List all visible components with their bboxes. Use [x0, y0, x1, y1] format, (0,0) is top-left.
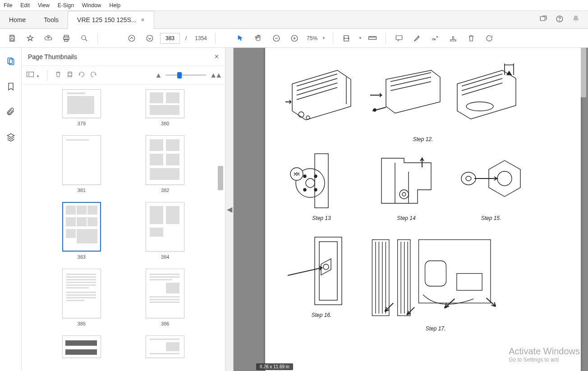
thumb-scrollbar[interactable]	[218, 85, 224, 371]
fit-width-icon[interactable]	[339, 31, 354, 46]
thumbnail-grid: 379 380 381 382 383 384 385 386	[22, 85, 225, 362]
svg-rect-4	[11, 38, 14, 41]
step13-label: Step 13	[312, 215, 331, 221]
svg-rect-14	[369, 36, 377, 39]
thumb-382[interactable]: 382	[124, 135, 207, 193]
hand-icon[interactable]	[251, 31, 266, 46]
menu-esign[interactable]: E-Sign	[58, 2, 74, 9]
thumb-size-slider[interactable]	[165, 74, 206, 76]
search-icon[interactable]	[77, 31, 92, 46]
svg-rect-19	[68, 72, 72, 77]
thumb-384[interactable]: 384	[124, 202, 207, 260]
attachment-icon[interactable]	[4, 105, 18, 119]
thumb-delete-icon[interactable]	[55, 71, 62, 80]
svg-point-31	[290, 168, 303, 180]
thumb-379[interactable]: 379	[40, 89, 124, 126]
thumb-rotate-opts-icon[interactable]	[66, 71, 74, 80]
svg-rect-44	[419, 240, 491, 303]
thumb-redo-icon[interactable]	[90, 71, 97, 80]
help-icon[interactable]	[556, 15, 564, 25]
menu-window[interactable]: Window	[82, 2, 101, 9]
svg-point-36	[461, 172, 476, 185]
cursor-icon[interactable]	[233, 31, 248, 46]
svg-point-33	[402, 192, 406, 196]
thumb-388[interactable]	[124, 335, 207, 358]
ruler-icon[interactable]	[365, 31, 380, 46]
menu-file[interactable]: File	[4, 2, 12, 9]
zoom-in-icon[interactable]	[287, 31, 302, 46]
svg-rect-0	[540, 16, 545, 20]
thumb-385[interactable]: 385	[40, 269, 124, 326]
page-up-icon[interactable]	[124, 31, 139, 46]
step17-label: Step 17.	[426, 325, 446, 332]
menu-edit[interactable]: Edit	[20, 2, 30, 9]
thumb-380[interactable]: 380	[124, 89, 207, 126]
highlight-icon[interactable]	[409, 31, 425, 46]
page-down-icon[interactable]	[142, 31, 157, 46]
sign-icon[interactable]	[427, 31, 443, 46]
svg-point-8	[82, 36, 86, 40]
left-rail	[0, 48, 22, 371]
thumb-undo-icon[interactable]	[78, 71, 85, 80]
main-area: Page Thumbnails × ▼ ▲ ▲▲ 379 380 381 382…	[0, 48, 588, 371]
step15-label: Step 15.	[481, 215, 501, 221]
svg-marker-40	[321, 259, 331, 275]
thumb-383[interactable]: 383	[40, 202, 124, 260]
collapse-handle[interactable]: ◀	[225, 48, 234, 371]
tab-tools[interactable]: Tools	[35, 11, 68, 29]
svg-point-20	[299, 112, 304, 117]
menu-view[interactable]: View	[38, 2, 50, 9]
svg-point-23	[466, 102, 493, 111]
cloud-upload-icon[interactable]	[41, 31, 56, 46]
step14-label: Step 14	[397, 215, 415, 221]
trash-icon[interactable]	[464, 31, 479, 46]
chevron-down-icon: ▼	[322, 36, 326, 40]
thumbnails-icon[interactable]	[4, 54, 18, 69]
rotate-icon[interactable]	[482, 31, 497, 46]
thumb-387[interactable]	[40, 335, 124, 358]
svg-rect-18	[27, 72, 34, 77]
share-icon[interactable]	[539, 15, 547, 25]
page-number-input[interactable]	[160, 33, 180, 44]
thumb-386[interactable]: 386	[124, 269, 207, 326]
bell-icon[interactable]	[572, 15, 580, 25]
tab-close-icon[interactable]: ×	[141, 16, 145, 23]
tab-bar: Home Tools VRE 125 150 125S... ×	[0, 11, 588, 29]
tab-home[interactable]: Home	[0, 11, 35, 29]
zoom-select[interactable]: 75% ▼	[305, 33, 327, 43]
svg-rect-45	[425, 261, 446, 286]
svg-point-2	[560, 20, 560, 21]
svg-rect-15	[396, 36, 402, 40]
save-icon[interactable]	[5, 31, 20, 46]
svg-point-29	[303, 188, 306, 191]
layers-icon[interactable]	[4, 130, 18, 144]
svg-point-30	[314, 188, 317, 191]
step12-label: Step 12.	[265, 136, 581, 142]
svg-point-22	[373, 109, 376, 111]
zoom-value: 75%	[307, 35, 317, 41]
svg-rect-43	[398, 240, 410, 316]
svg-point-35	[497, 171, 512, 186]
tab-document[interactable]: VRE 125 150 125S... ×	[68, 11, 154, 29]
thumbnails-panel: Page Thumbnails × ▼ ▲ ▲▲ 379 380 381 382…	[22, 48, 225, 371]
svg-point-37	[466, 176, 471, 181]
svg-point-28	[314, 175, 317, 178]
star-icon[interactable]	[23, 31, 38, 46]
stamp-icon[interactable]	[446, 31, 461, 46]
thumb-options-icon[interactable]: ▼	[26, 71, 40, 79]
page-separator: /	[185, 35, 187, 41]
comment-icon[interactable]	[391, 31, 407, 46]
bookmark-icon[interactable]	[4, 79, 18, 94]
svg-rect-24	[315, 154, 328, 208]
document-scrollbar[interactable]	[581, 48, 587, 371]
thumbnails-close-icon[interactable]: ×	[215, 53, 219, 61]
zoom-out-icon[interactable]	[269, 31, 284, 46]
thumb-381[interactable]: 381	[40, 135, 124, 193]
svg-rect-7	[64, 39, 68, 41]
fit-dropdown-icon[interactable]: ▼	[358, 36, 362, 40]
print-icon[interactable]	[59, 31, 74, 46]
document-view[interactable]: Step 12. Step 13 Step 14 Step 15. Step 1…	[234, 48, 588, 371]
svg-rect-3	[11, 35, 14, 37]
menu-help[interactable]: Help	[110, 2, 121, 9]
tab-document-label: VRE 125 150 125S...	[77, 16, 137, 23]
